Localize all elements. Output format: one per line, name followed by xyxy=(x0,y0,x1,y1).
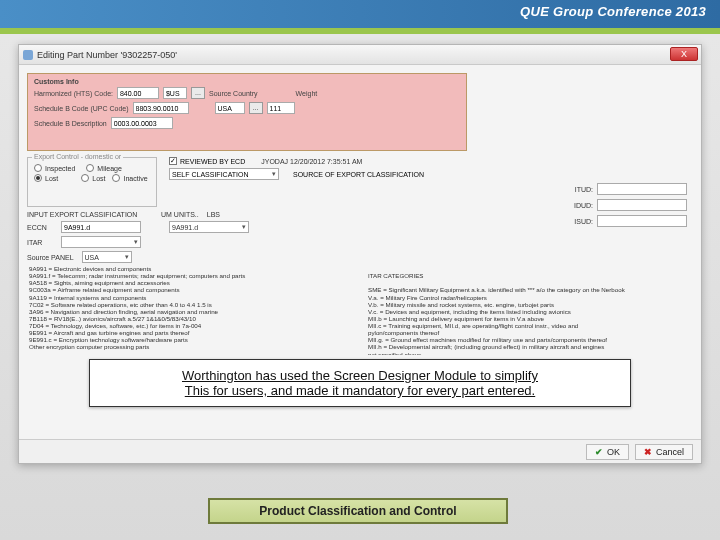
itud-label: ITUD: xyxy=(575,186,593,193)
idud-input[interactable] xyxy=(597,199,687,211)
reviewed-stamp: JYODAJ 12/20/2012 7:35:51 AM xyxy=(261,158,362,165)
itar-categories: ITAR CATEGORIES SME = Significant Milita… xyxy=(368,265,691,355)
export-title: INPUT EXPORT CLASSIFICATION xyxy=(27,211,157,218)
schedb-label: Schedule B Code (UPC Code) xyxy=(34,105,129,112)
src-country-label: Source Country xyxy=(209,90,258,97)
itud-input[interactable] xyxy=(597,183,687,195)
eccn-dropdown[interactable]: 9A991.d xyxy=(169,221,249,233)
slide-caption: Product Classification and Control xyxy=(208,498,508,524)
radio-lost2[interactable] xyxy=(81,174,89,182)
itar-cat-title: ITAR CATEGORIES xyxy=(368,272,691,279)
radio-mileage[interactable] xyxy=(86,164,94,172)
radio-inspected-label: Inspected xyxy=(45,165,75,172)
accent-bar xyxy=(0,28,720,34)
presenter-note: Worthington has used the Screen Designer… xyxy=(89,359,631,407)
source-panel-dropdown[interactable]: USA xyxy=(82,251,132,263)
reviewed-area: REVIEWED BY ECD JYODAJ 12/20/2012 7:35:5… xyxy=(169,157,424,183)
itar-cat-body: SME = Significant Military Equipment a.k… xyxy=(368,286,691,355)
eccn-categories: 9A991 = Electronic devices and component… xyxy=(29,265,352,355)
group-legend: Export Control - domestic or xyxy=(32,153,123,160)
itar-dropdown[interactable] xyxy=(61,236,141,248)
edit-part-window: Editing Part Number '9302257-050' X Cust… xyxy=(18,44,702,464)
source-panel-label: Source PANEL xyxy=(27,254,74,261)
cancel-button[interactable]: ✖Cancel xyxy=(635,444,693,460)
slide-caption-text: Product Classification and Control xyxy=(259,504,456,518)
isud-label: ISUD: xyxy=(574,218,593,225)
radio-inactive-label: Inactive xyxy=(123,175,147,182)
x-icon: ✖ xyxy=(644,447,652,457)
radio-lost-label: Lost xyxy=(45,175,58,182)
close-button[interactable]: X xyxy=(670,47,698,61)
schedb-country[interactable] xyxy=(215,102,245,114)
window-footer: ✔OK ✖Cancel xyxy=(19,439,701,463)
reviewed-label: REVIEWED BY ECD xyxy=(180,158,245,165)
customs-heading: Customs Info xyxy=(34,78,460,85)
categories-listing: 9A991 = Electronic devices and component… xyxy=(29,265,691,355)
self-class-dropdown[interactable]: SELF CLASSIFICATION xyxy=(169,168,279,180)
radio-lost[interactable] xyxy=(34,174,42,182)
radio-inactive[interactable] xyxy=(112,174,120,182)
conference-title: QUE Group Conference 2013 xyxy=(520,4,706,19)
radio-lost2-label: Lost xyxy=(92,175,105,182)
right-id-fields: ITUD: IDUD: ISUD: xyxy=(574,183,687,231)
schedb-input[interactable] xyxy=(133,102,189,114)
schedb-lookup-button[interactable]: ... xyxy=(249,102,263,114)
reviewed-checkbox[interactable] xyxy=(169,157,177,165)
src-export-label: SOURCE OF EXPORT CLASSIFICATION xyxy=(293,171,424,178)
units-val: LBS xyxy=(207,211,220,218)
note-line1: Worthington has used the Screen Designer… xyxy=(182,368,538,383)
window-body: Customs Info Harmonized (HTS) Code: ... … xyxy=(19,65,701,463)
check-icon: ✔ xyxy=(595,447,603,457)
hts-unit-input[interactable] xyxy=(163,87,187,99)
idud-label: IDUD: xyxy=(574,202,593,209)
radio-inspected[interactable] xyxy=(34,164,42,172)
ok-button[interactable]: ✔OK xyxy=(586,444,629,460)
radio-mileage-label: Mileage xyxy=(97,165,122,172)
schedb-extra[interactable] xyxy=(267,102,295,114)
hts-input[interactable] xyxy=(117,87,159,99)
isud-input[interactable] xyxy=(597,215,687,227)
hts-label: Harmonized (HTS) Code: xyxy=(34,90,113,97)
itar-label: ITAR xyxy=(27,239,57,246)
customs-info-panel: Customs Info Harmonized (HTS) Code: ... … xyxy=(27,73,467,151)
conference-banner: QUE Group Conference 2013 xyxy=(0,0,720,28)
weight-label: Weight xyxy=(296,90,318,97)
eccn-input-1[interactable] xyxy=(61,221,141,233)
app-icon xyxy=(23,50,33,60)
eccn-label: ECCN xyxy=(27,224,57,231)
units-label: UM UNITS.. xyxy=(161,211,199,218)
note-line2: This for users, and made it mandatory fo… xyxy=(185,383,535,398)
sitc-input[interactable] xyxy=(111,117,173,129)
sitc-label: Schedule B Description xyxy=(34,120,107,127)
window-titlebar[interactable]: Editing Part Number '9302257-050' X xyxy=(19,45,701,65)
export-control-group: Export Control - domestic or Inspected M… xyxy=(27,157,157,207)
window-title: Editing Part Number '9302257-050' xyxy=(37,50,177,60)
hts-lookup-button[interactable]: ... xyxy=(191,87,205,99)
